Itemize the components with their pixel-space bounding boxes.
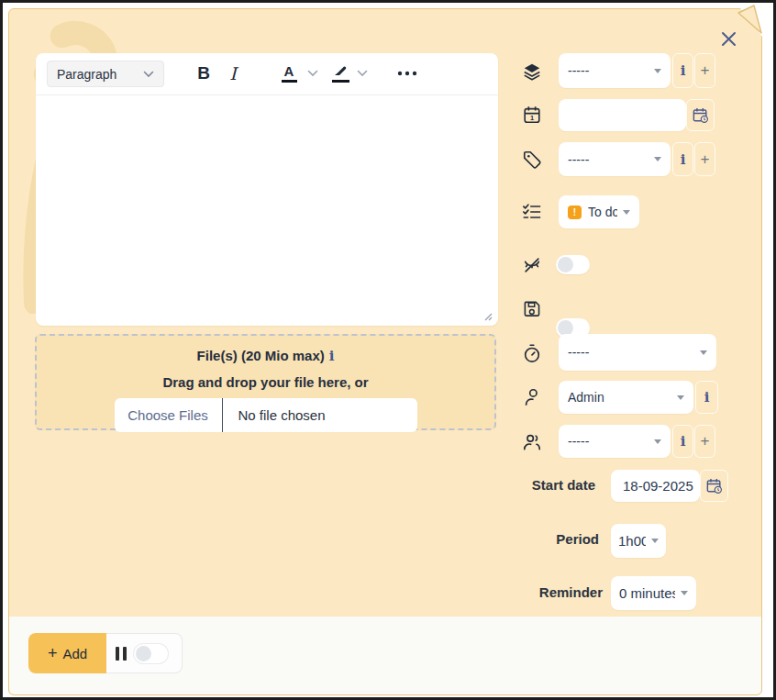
italic-button[interactable]: I xyxy=(221,59,245,88)
tag-value: ----- xyxy=(568,152,649,167)
font-color-swatch xyxy=(282,80,297,83)
user-icon xyxy=(522,387,542,407)
font-color-label: A xyxy=(284,64,294,78)
start-date-calendar-button[interactable] xyxy=(700,470,728,502)
eye-off-icon xyxy=(522,255,542,275)
more-options-button[interactable] xyxy=(394,59,421,88)
svg-text:1: 1 xyxy=(530,114,534,122)
start-date-input[interactable]: 18-09-2025 xyxy=(611,470,700,502)
dialog-footer: + Add xyxy=(9,617,761,694)
assignee-select[interactable]: Admin xyxy=(559,381,693,414)
caret-down-icon xyxy=(623,210,630,215)
tag-add-button[interactable]: + xyxy=(694,142,715,176)
caret-down-icon xyxy=(654,439,661,444)
highlighter-icon xyxy=(332,64,349,78)
caret-down-icon xyxy=(677,395,684,400)
group-value: ----- xyxy=(568,434,649,449)
pause-icon xyxy=(116,647,127,661)
folded-corner xyxy=(737,5,765,36)
category-select[interactable]: ----- xyxy=(559,53,671,88)
tag-icon xyxy=(522,150,542,170)
file-info-icon[interactable]: i xyxy=(329,348,335,364)
toggle-knob xyxy=(558,257,573,272)
reminder-select[interactable]: 0 minutes xyxy=(611,576,696,610)
calendar-icon: 1 xyxy=(522,105,542,125)
save-icon xyxy=(522,299,542,319)
window: { "dialog": { "close_icon": "x-close" },… xyxy=(0,0,776,700)
file-dropzone[interactable]: File(s) (20 Mio max)i Drag and drop your… xyxy=(35,334,496,430)
highlight-color-dropdown-button[interactable] xyxy=(353,59,371,88)
pause-toggle[interactable] xyxy=(134,644,168,663)
file-upload-title-text: File(s) (20 Mio max) xyxy=(197,348,325,363)
timer-icon xyxy=(522,343,542,363)
chevron-down-icon xyxy=(143,71,154,78)
reminder-value: 0 minutes xyxy=(619,585,675,601)
toggle-knob xyxy=(136,646,151,661)
status-value: To do xyxy=(588,205,617,219)
plus-icon: + xyxy=(48,644,58,663)
start-date-label: Start date xyxy=(449,477,595,493)
category-value: ----- xyxy=(568,63,649,78)
close-button[interactable] xyxy=(717,28,739,50)
timer-value: ----- xyxy=(568,345,694,360)
close-icon xyxy=(721,31,737,47)
no-file-chosen-text: No file chosen xyxy=(238,398,326,432)
layers-icon xyxy=(522,61,542,82)
assignee-value: Admin xyxy=(568,390,671,405)
file-upload-title: File(s) (20 Mio max)i xyxy=(37,348,494,364)
users-icon xyxy=(522,432,542,452)
sticky-note-dialog: Paragraph B I A xyxy=(8,8,762,695)
category-info-button[interactable]: i xyxy=(672,53,693,88)
status-select[interactable]: ! To do xyxy=(559,195,639,228)
assignee-info-button[interactable]: i xyxy=(695,381,718,414)
highlight-color-swatch xyxy=(332,80,349,83)
add-button-group: + Add xyxy=(28,633,183,673)
period-value: 1h00 xyxy=(618,533,646,549)
editor-content-area[interactable] xyxy=(36,95,498,326)
chevron-down-icon xyxy=(307,70,318,77)
period-select[interactable]: 1h00 xyxy=(611,524,666,558)
file-input[interactable]: Choose Files No file chosen xyxy=(115,398,417,432)
category-add-button[interactable]: + xyxy=(694,53,715,88)
group-add-button[interactable]: + xyxy=(694,425,715,458)
add-button-label: Add xyxy=(62,646,87,661)
due-date-calendar-button[interactable] xyxy=(686,99,715,131)
period-label: Period xyxy=(452,531,599,547)
caret-down-icon xyxy=(654,69,661,73)
calendar-clock-icon xyxy=(692,106,709,124)
calendar-clock-icon xyxy=(705,477,723,494)
status-priority-badge: ! xyxy=(568,206,582,219)
file-input-divider xyxy=(222,398,223,432)
caret-down-icon xyxy=(700,350,707,355)
timer-select[interactable]: ----- xyxy=(559,334,716,371)
bold-button[interactable]: B xyxy=(190,59,217,88)
paragraph-style-label: Paragraph xyxy=(57,67,116,82)
highlight-color-button[interactable] xyxy=(327,59,353,88)
pause-toggle-section xyxy=(106,633,183,673)
font-color-button[interactable]: A xyxy=(276,59,302,88)
caret-down-icon xyxy=(654,157,661,161)
chevron-down-icon xyxy=(357,70,368,77)
reminder-label: Reminder xyxy=(456,584,603,600)
hidden-toggle[interactable] xyxy=(556,255,590,274)
resize-handle-icon[interactable] xyxy=(482,311,493,321)
add-button[interactable]: + Add xyxy=(28,633,106,673)
tag-info-button[interactable]: i xyxy=(672,142,693,176)
editor-toolbar: Paragraph B I A xyxy=(36,53,498,95)
file-upload-subtitle: Drag and drop your file here, or xyxy=(37,374,494,390)
due-date-input[interactable] xyxy=(559,99,686,131)
tag-select[interactable]: ----- xyxy=(559,142,671,176)
font-color-dropdown-button[interactable] xyxy=(304,59,322,88)
group-info-button[interactable]: i xyxy=(672,425,693,458)
caret-down-icon xyxy=(681,591,688,595)
caret-down-icon xyxy=(651,539,659,543)
group-select[interactable]: ----- xyxy=(559,425,671,458)
rich-text-editor: Paragraph B I A xyxy=(36,53,498,326)
paragraph-style-select[interactable]: Paragraph xyxy=(47,61,164,87)
more-dots-icon xyxy=(397,71,417,76)
checklist-icon xyxy=(522,202,542,222)
choose-files-button[interactable]: Choose Files xyxy=(115,398,222,432)
